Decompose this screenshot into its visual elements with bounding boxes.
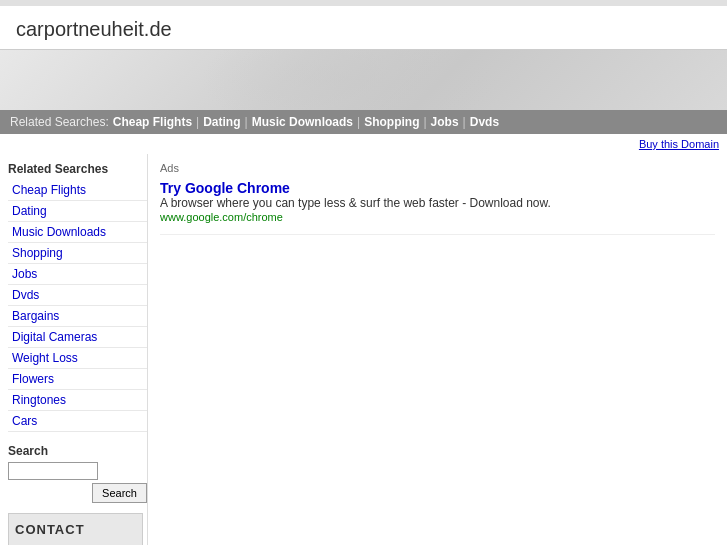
list-item: Music Downloads [8,222,147,243]
separator: | [245,115,248,129]
list-item: Jobs [8,264,147,285]
sidebar-link-dvds[interactable]: Dvds [8,285,147,305]
related-bar-link-jobs[interactable]: Jobs [431,115,459,129]
hero-image [0,50,727,110]
list-item: Cheap Flights [8,180,147,201]
main-layout: Related Searches Cheap Flights Dating Mu… [0,154,727,545]
ad-description: A browser where you can type less & surf… [160,196,551,210]
ad-block: Try Google Chrome A browser where you ca… [160,180,715,235]
list-item: Weight Loss [8,348,147,369]
sidebar-links: Cheap Flights Dating Music Downloads Sho… [8,180,147,432]
list-item: Dating [8,201,147,222]
separator: | [357,115,360,129]
sidebar-link-music-downloads[interactable]: Music Downloads [8,222,147,242]
ads-label: Ads [160,162,715,174]
separator: | [463,115,466,129]
buy-domain-row: Buy this Domain [0,134,727,154]
related-bar-link-dvds[interactable]: Dvds [470,115,499,129]
sidebar-link-cheap-flights[interactable]: Cheap Flights [8,180,147,200]
sidebar-link-digital-cameras[interactable]: Digital Cameras [8,327,147,347]
related-bar-link-shopping[interactable]: Shopping [364,115,419,129]
sidebar-link-weight-loss[interactable]: Weight Loss [8,348,147,368]
related-bar: Related Searches: Cheap Flights | Dating… [0,110,727,134]
related-bar-link-dating[interactable]: Dating [203,115,240,129]
list-item: Dvds [8,285,147,306]
list-item: Digital Cameras [8,327,147,348]
ad-title[interactable]: Try Google Chrome [160,180,290,196]
buy-domain-link[interactable]: Buy this Domain [639,138,719,150]
contact-section[interactable]: CONTACT [8,513,143,545]
related-bar-link-music-downloads[interactable]: Music Downloads [252,115,353,129]
sidebar-link-shopping[interactable]: Shopping [8,243,147,263]
list-item: Flowers [8,369,147,390]
content-area: Ads Try Google Chrome A browser where yo… [148,154,727,243]
list-item: Ringtones [8,390,147,411]
sidebar-link-ringtones[interactable]: Ringtones [8,390,147,410]
site-title: carportneuheit.de [16,18,172,40]
header: carportneuheit.de [0,6,727,50]
search-section: Search Search [8,444,147,503]
search-label: Search [8,444,147,458]
sidebar-link-flowers[interactable]: Flowers [8,369,147,389]
list-item: Bargains [8,306,147,327]
sidebar-link-dating[interactable]: Dating [8,201,147,221]
sidebar-related-title: Related Searches [8,162,147,176]
search-input[interactable] [8,462,98,480]
ad-url: www.google.com/chrome [160,211,283,223]
search-form: Search [8,462,147,503]
sidebar-link-jobs[interactable]: Jobs [8,264,147,284]
sidebar: Related Searches Cheap Flights Dating Mu… [0,154,148,545]
list-item: Shopping [8,243,147,264]
separator: | [423,115,426,129]
sidebar-link-bargains[interactable]: Bargains [8,306,147,326]
search-button[interactable]: Search [92,483,147,503]
related-bar-label: Related Searches: [10,115,109,129]
related-bar-link-cheap-flights[interactable]: Cheap Flights [113,115,192,129]
sidebar-link-cars[interactable]: Cars [8,411,147,431]
separator: | [196,115,199,129]
contact-label: CONTACT [15,522,85,537]
list-item: Cars [8,411,147,432]
